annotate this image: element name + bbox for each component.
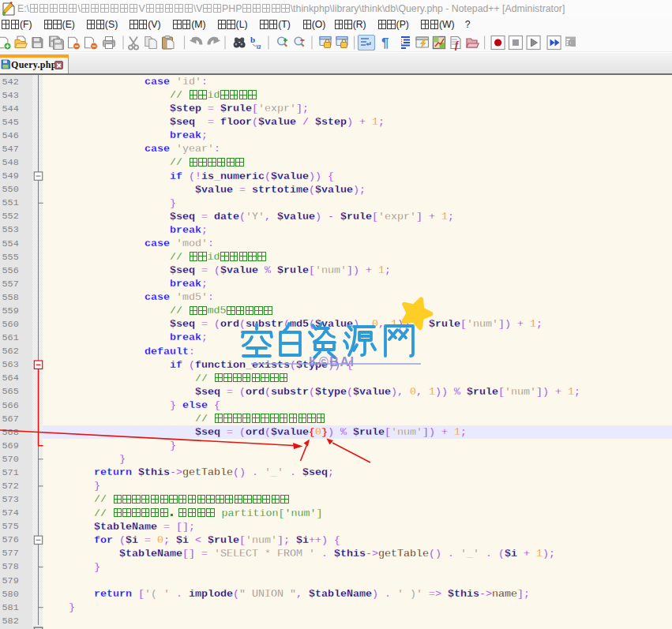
svg-text:b: b	[250, 35, 255, 44]
svg-text:¶: ¶	[381, 36, 389, 51]
svg-text:a: a	[257, 41, 261, 51]
